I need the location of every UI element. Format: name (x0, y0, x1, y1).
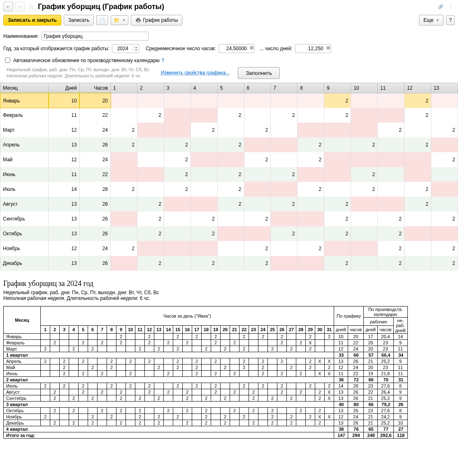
day-cell[interactable] (404, 211, 431, 226)
day-cell[interactable] (324, 137, 351, 152)
day-cell[interactable]: 2 (137, 197, 164, 211)
day-cell[interactable] (351, 226, 378, 241)
day-cell[interactable] (244, 197, 271, 211)
day-cell[interactable] (137, 93, 164, 108)
save-close-button[interactable]: Записать и закрыть (3, 15, 61, 26)
day-cell[interactable]: 2 (351, 167, 378, 182)
day-cell[interactable] (298, 93, 324, 108)
day-cell[interactable]: 2 (164, 182, 191, 197)
day-cell[interactable] (191, 93, 217, 108)
day-cell[interactable] (111, 93, 137, 108)
day-cell[interactable] (431, 108, 458, 123)
day-cell[interactable]: 2 (298, 241, 324, 256)
day-cell[interactable]: 2 (111, 137, 137, 152)
day-cell[interactable]: 2 (324, 108, 351, 123)
day-cell[interactable]: 2 (111, 123, 137, 137)
day-cell[interactable] (244, 93, 271, 108)
nav-forward-button[interactable]: → (15, 2, 25, 12)
day-cell[interactable] (351, 197, 378, 211)
day-cell[interactable] (324, 123, 351, 137)
day-cell[interactable] (191, 152, 217, 167)
day-cell[interactable]: 2 (191, 256, 217, 271)
day-cell[interactable] (324, 182, 351, 197)
day-cell[interactable] (164, 211, 191, 226)
day-cell[interactable]: 2 (191, 226, 217, 241)
day-cell[interactable] (164, 108, 191, 123)
link-icon[interactable]: 🔗 (437, 2, 445, 11)
day-cell[interactable] (431, 226, 458, 241)
avg-hours-input[interactable] (219, 44, 255, 53)
day-cell[interactable]: 2 (137, 211, 164, 226)
day-cell[interactable] (111, 226, 137, 241)
day-cell[interactable] (217, 256, 244, 271)
day-cell[interactable] (378, 108, 405, 123)
day-cell[interactable] (404, 167, 431, 182)
day-cell[interactable] (137, 152, 164, 167)
day-cell[interactable]: 2 (111, 182, 137, 197)
month-cell[interactable]: Ноябрь (0, 241, 49, 256)
day-cell[interactable]: 2 (164, 137, 191, 152)
day-cell[interactable] (271, 152, 298, 167)
day-cell[interactable] (217, 241, 244, 256)
day-cell[interactable] (137, 167, 164, 182)
day-cell[interactable] (244, 137, 271, 152)
day-cell[interactable] (378, 197, 405, 211)
day-cell[interactable] (217, 93, 244, 108)
folder-icon-button[interactable]: 📁▼ (111, 15, 128, 25)
more-button[interactable]: Еще▼ (419, 15, 444, 26)
day-cell[interactable]: 2 (404, 93, 431, 108)
day-cell[interactable]: 2 (431, 241, 458, 256)
day-cell[interactable]: 2 (378, 123, 405, 137)
day-cell[interactable] (137, 137, 164, 152)
day-cell[interactable]: 2 (244, 152, 271, 167)
day-cell[interactable] (351, 241, 378, 256)
calc-icon[interactable]: ▦ (250, 45, 253, 50)
day-cell[interactable] (111, 167, 137, 182)
day-cell[interactable] (378, 182, 405, 197)
day-cell[interactable] (324, 167, 351, 182)
day-cell[interactable]: 2 (324, 93, 351, 108)
month-cell[interactable]: Декабрь (0, 256, 49, 271)
more-menu-icon[interactable]: ⋮ (446, 2, 455, 11)
year-spinner[interactable]: ▲▼ (112, 44, 139, 53)
day-cell[interactable]: 2 (191, 211, 217, 226)
day-cell[interactable] (404, 123, 431, 137)
print-schedule-button[interactable]: График работы (131, 15, 182, 26)
day-cell[interactable] (351, 93, 378, 108)
day-cell[interactable]: 2 (431, 211, 458, 226)
calc-icon[interactable]: ▦ (326, 45, 330, 50)
day-cell[interactable] (217, 211, 244, 226)
fill-button[interactable]: Заполнить (238, 67, 280, 79)
day-cell[interactable] (111, 108, 137, 123)
day-cell[interactable]: 2 (217, 167, 244, 182)
day-cell[interactable] (351, 211, 378, 226)
day-cell[interactable]: 2 (164, 152, 191, 167)
day-cell[interactable] (164, 241, 191, 256)
day-cell[interactable] (271, 123, 298, 137)
day-cell[interactable] (191, 108, 217, 123)
day-cell[interactable]: 2 (271, 167, 298, 182)
month-cell[interactable]: Июль (0, 182, 49, 197)
day-cell[interactable]: 2 (271, 226, 298, 241)
day-cell[interactable] (217, 226, 244, 241)
day-cell[interactable] (271, 137, 298, 152)
month-cell[interactable]: Май (0, 152, 49, 167)
day-cell[interactable]: 2 (378, 226, 405, 241)
day-cell[interactable] (431, 93, 458, 108)
day-cell[interactable] (431, 167, 458, 182)
day-cell[interactable] (164, 256, 191, 271)
day-cell[interactable]: 2 (244, 241, 271, 256)
day-cell[interactable] (431, 182, 458, 197)
day-cell[interactable]: 2 (271, 108, 298, 123)
day-cell[interactable] (191, 137, 217, 152)
day-cell[interactable] (378, 152, 405, 167)
day-cell[interactable] (111, 197, 137, 211)
day-cell[interactable] (111, 152, 137, 167)
day-cell[interactable] (298, 226, 324, 241)
day-cell[interactable]: 2 (351, 137, 378, 152)
month-cell[interactable]: Февраль (0, 108, 49, 123)
day-cell[interactable] (137, 241, 164, 256)
day-cell[interactable] (111, 256, 137, 271)
day-cell[interactable]: 2 (431, 256, 458, 271)
day-cell[interactable] (137, 182, 164, 197)
